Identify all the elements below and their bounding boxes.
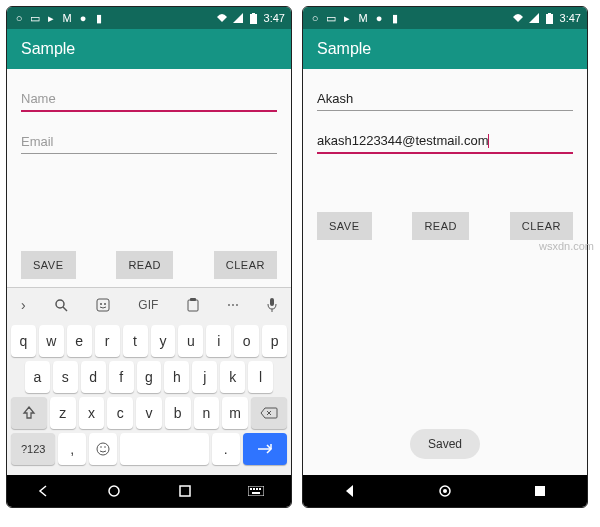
key-r[interactable]: r [95, 325, 120, 357]
sticker-icon[interactable] [96, 298, 110, 312]
more-icon[interactable]: ⋯ [227, 298, 239, 312]
search-icon[interactable] [54, 298, 68, 312]
nav-home-icon[interactable] [437, 483, 453, 499]
key-s[interactable]: s [53, 361, 78, 393]
clear-button[interactable]: CLEAR [510, 212, 573, 240]
read-button[interactable]: READ [116, 251, 173, 279]
key-x[interactable]: x [79, 397, 105, 429]
svg-rect-19 [180, 486, 190, 496]
svg-rect-9 [270, 298, 274, 306]
email-field-wrap [317, 129, 573, 154]
clipboard-icon[interactable] [187, 298, 199, 312]
enter-key[interactable] [243, 433, 287, 465]
watermark: wsxdn.com [539, 240, 594, 252]
clear-button[interactable]: CLEAR [214, 251, 277, 279]
status-left: ○ ▭ ▸ M ● ▮ [309, 12, 401, 24]
svg-rect-8 [190, 298, 196, 301]
key-e[interactable]: e [67, 325, 92, 357]
svg-rect-22 [250, 488, 252, 490]
status-right: 3:47 [512, 12, 581, 24]
nav-recent-icon[interactable] [177, 483, 193, 499]
svg-point-2 [56, 300, 64, 308]
key-z[interactable]: z [50, 397, 76, 429]
svg-rect-26 [252, 492, 260, 494]
app-bar: Sample [303, 29, 587, 69]
signal-icon [528, 12, 540, 24]
square-icon: ▭ [325, 12, 337, 24]
svg-rect-27 [546, 14, 553, 24]
phone-right: ○ ▭ ▸ M ● ▮ 3:47 Sample [302, 6, 588, 508]
key-row-2: a s d f g h j k l [11, 361, 287, 393]
nav-recent-icon[interactable] [532, 483, 548, 499]
nav-back-icon[interactable] [35, 483, 51, 499]
nav-keyboard-icon[interactable] [248, 483, 264, 499]
key-f[interactable]: f [109, 361, 134, 393]
key-g[interactable]: g [137, 361, 162, 393]
comma-key[interactable]: , [58, 433, 86, 465]
key-v[interactable]: v [136, 397, 162, 429]
key-a[interactable]: a [25, 361, 50, 393]
svg-rect-28 [548, 13, 551, 14]
clock: 3:47 [264, 12, 285, 24]
key-n[interactable]: n [194, 397, 220, 429]
svg-rect-7 [188, 300, 198, 311]
bookmark-icon: ▮ [93, 12, 105, 24]
period-key[interactable]: . [212, 433, 240, 465]
wifi-icon [512, 12, 524, 24]
name-input[interactable] [21, 87, 277, 112]
key-row-4: ?123 , . [11, 433, 287, 465]
key-d[interactable]: d [81, 361, 106, 393]
mic-icon[interactable] [267, 298, 277, 312]
app-title: Sample [317, 40, 371, 58]
content-area: SAVE READ CLEAR [7, 69, 291, 287]
space-key[interactable] [120, 433, 209, 465]
svg-line-3 [63, 307, 67, 311]
key-h[interactable]: h [164, 361, 189, 393]
symbols-key[interactable]: ?123 [11, 433, 55, 465]
phone-left: ○ ▭ ▸ M ● ▮ 3:47 Sample [6, 6, 292, 508]
key-u[interactable]: u [178, 325, 203, 357]
key-i[interactable]: i [206, 325, 231, 357]
svg-rect-24 [256, 488, 258, 490]
key-row-1: q w e r t y u i o p [11, 325, 287, 357]
email-input[interactable] [21, 130, 277, 154]
email-input[interactable] [317, 129, 573, 154]
key-j[interactable]: j [192, 361, 217, 393]
mail-icon: M [357, 12, 369, 24]
nav-back-icon[interactable] [342, 483, 358, 499]
circle-icon: ○ [13, 12, 25, 24]
key-p[interactable]: p [262, 325, 287, 357]
save-button[interactable]: SAVE [21, 251, 76, 279]
shift-key[interactable] [11, 397, 47, 429]
chevron-right-icon[interactable]: › [21, 297, 26, 313]
key-m[interactable]: m [222, 397, 248, 429]
name-input[interactable] [317, 87, 573, 111]
key-q[interactable]: q [11, 325, 36, 357]
svg-point-18 [109, 486, 119, 496]
backspace-key[interactable] [251, 397, 287, 429]
key-t[interactable]: t [123, 325, 148, 357]
key-o[interactable]: o [234, 325, 259, 357]
svg-rect-0 [250, 14, 257, 24]
key-l[interactable]: l [248, 361, 273, 393]
key-c[interactable]: c [107, 397, 133, 429]
email-field-wrap [21, 130, 277, 154]
save-button[interactable]: SAVE [317, 212, 372, 240]
key-w[interactable]: w [39, 325, 64, 357]
button-row: SAVE READ CLEAR [317, 212, 573, 240]
clock: 3:47 [560, 12, 581, 24]
notif-icon: ● [77, 12, 89, 24]
gif-button[interactable]: GIF [138, 298, 158, 312]
key-y[interactable]: y [151, 325, 176, 357]
emoji-key[interactable] [89, 433, 117, 465]
read-button[interactable]: READ [412, 212, 469, 240]
nav-home-icon[interactable] [106, 483, 122, 499]
key-k[interactable]: k [220, 361, 245, 393]
app-bar: Sample [7, 29, 291, 69]
battery-icon [544, 12, 556, 24]
signal-icon [232, 12, 244, 24]
svg-rect-23 [253, 488, 255, 490]
nav-bar [7, 475, 291, 507]
svg-point-13 [97, 443, 109, 455]
key-b[interactable]: b [165, 397, 191, 429]
